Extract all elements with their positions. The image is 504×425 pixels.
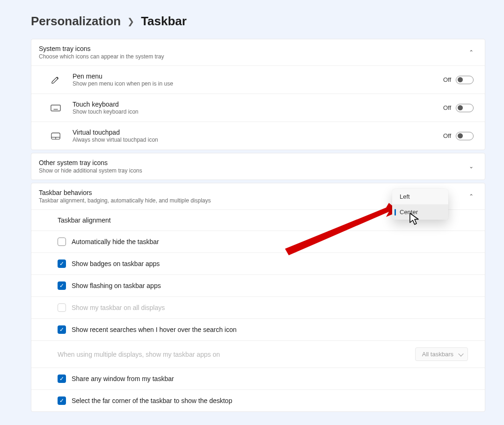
tray-item-desc: Show pen menu icon when pen is in use: [73, 80, 173, 87]
breadcrumb-parent[interactable]: Personalization: [31, 14, 121, 29]
setting-label: Show my taskbar on all displays: [72, 304, 165, 311]
touch-keyboard-toggle[interactable]: [456, 104, 474, 112]
flashing-checkbox[interactable]: [58, 281, 66, 290]
tray-item-desc: Always show virtual touchpad icon: [73, 137, 158, 143]
flashing-row[interactable]: Show flashing on taskbar apps: [31, 274, 485, 296]
section-subtitle: Taskbar alignment, badging, automaticall…: [39, 197, 211, 204]
other-tray-section: Other system tray icons Show or hide add…: [31, 153, 485, 180]
auto-hide-checkbox[interactable]: [58, 238, 66, 246]
svg-rect-0: [51, 105, 60, 111]
section-subtitle: Show or hide additional system tray icon…: [39, 167, 142, 174]
setting-label: Show flashing on taskbar apps: [72, 282, 161, 289]
tray-item-label: Touch keyboard: [73, 101, 139, 108]
auto-hide-row[interactable]: Automatically hide the taskbar: [31, 231, 485, 252]
multi-displays-row: When using multiple displays, show my ta…: [31, 340, 485, 367]
far-corner-checkbox[interactable]: [58, 396, 66, 405]
breadcrumb: Personalization ❯ Taskbar: [31, 14, 485, 29]
tray-item-touch-keyboard: Touch keyboard Show touch keyboard icon …: [31, 94, 485, 122]
tray-item-label: Pen menu: [73, 72, 173, 80]
section-title: System tray icons: [39, 45, 164, 52]
badges-checkbox[interactable]: [58, 259, 66, 268]
pen-icon: [39, 75, 73, 85]
setting-label: When using multiple displays, show my ta…: [58, 351, 220, 358]
setting-label: Show recent searches when I hover over t…: [72, 326, 237, 333]
setting-label: Share any window from my taskbar: [72, 375, 174, 382]
other-tray-header[interactable]: Other system tray icons Show or hide add…: [31, 153, 485, 180]
breadcrumb-current: Taskbar: [141, 14, 187, 29]
chevron-down-icon: ⌄: [469, 163, 474, 170]
toggle-state-text: Off: [443, 76, 451, 83]
toggle-state-text: Off: [443, 104, 451, 111]
chevron-right-icon: ❯: [127, 16, 134, 27]
system-tray-header[interactable]: System tray icons Choose which icons can…: [31, 39, 485, 65]
chevron-up-icon: ⌃: [469, 193, 474, 200]
setting-label: Taskbar alignment: [58, 216, 111, 224]
virtual-touchpad-toggle[interactable]: [456, 132, 474, 140]
alignment-dropdown[interactable]: Left Center: [392, 189, 448, 220]
recent-search-row[interactable]: Show recent searches when I hover over t…: [31, 318, 485, 340]
recent-search-checkbox[interactable]: [58, 325, 66, 334]
badges-row[interactable]: Show badges on taskbar apps: [31, 252, 485, 274]
system-tray-section: System tray icons Choose which icons can…: [31, 39, 485, 150]
tray-item-label: Virtual touchpad: [73, 129, 158, 136]
section-subtitle: Choose which icons can appear in the sys…: [39, 53, 164, 60]
section-title: Other system tray icons: [39, 159, 142, 166]
all-displays-row: Show my taskbar on all displays: [31, 296, 485, 318]
tray-item-desc: Show touch keyboard icon: [73, 108, 139, 115]
setting-label: Select the far corner of the taskbar to …: [72, 397, 232, 404]
chevron-up-icon: ⌃: [469, 49, 474, 56]
share-window-row[interactable]: Share any window from my taskbar: [31, 367, 485, 389]
far-corner-row[interactable]: Select the far corner of the taskbar to …: [31, 389, 485, 411]
setting-label: Automatically hide the taskbar: [72, 238, 159, 245]
setting-label: Show badges on taskbar apps: [72, 260, 160, 267]
tray-item-pen-menu: Pen menu Show pen menu icon when pen is …: [31, 65, 485, 94]
share-window-checkbox[interactable]: [58, 375, 66, 383]
section-title: Taskbar behaviors: [39, 189, 211, 196]
pen-menu-toggle[interactable]: [456, 76, 474, 84]
keyboard-icon: [39, 104, 73, 112]
alignment-option-left[interactable]: Left: [392, 189, 448, 204]
touchpad-icon: [39, 132, 73, 140]
alignment-option-center[interactable]: Center: [392, 204, 448, 220]
multi-displays-select: All taskbars: [415, 347, 468, 361]
all-displays-checkbox: [58, 303, 66, 312]
toggle-state-text: Off: [443, 132, 451, 139]
tray-item-virtual-touchpad: Virtual touchpad Always show virtual tou…: [31, 122, 485, 150]
